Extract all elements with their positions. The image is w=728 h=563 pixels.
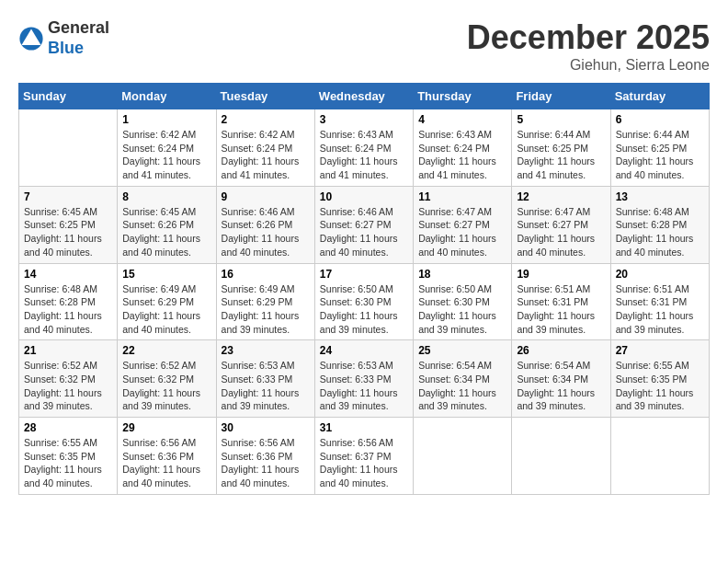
day-info: Sunrise: 6:42 AMSunset: 6:24 PMDaylight:… — [122, 128, 210, 182]
calendar-cell: 20Sunrise: 6:51 AMSunset: 6:31 PMDayligh… — [610, 263, 709, 340]
day-info: Sunrise: 6:51 AMSunset: 6:31 PMDaylight:… — [616, 282, 704, 337]
day-info: Sunrise: 6:52 AMSunset: 6:32 PMDaylight:… — [24, 359, 112, 413]
day-number: 10 — [320, 190, 408, 203]
calendar-cell: 17Sunrise: 6:50 AMSunset: 6:30 PMDayligh… — [314, 263, 413, 340]
day-number: 22 — [122, 344, 210, 357]
calendar-cell: 4Sunrise: 6:43 AMSunset: 6:24 PMDaylight… — [414, 109, 512, 187]
day-number: 29 — [122, 421, 210, 434]
calendar-week-row: 21Sunrise: 6:52 AMSunset: 6:32 PMDayligh… — [19, 340, 710, 418]
day-info: Sunrise: 6:45 AMSunset: 6:26 PMDaylight:… — [122, 205, 210, 259]
day-number: 3 — [320, 113, 408, 126]
calendar-week-row: 14Sunrise: 6:48 AMSunset: 6:28 PMDayligh… — [19, 263, 710, 340]
logo-general: General — [48, 18, 109, 39]
day-info: Sunrise: 6:53 AMSunset: 6:33 PMDaylight:… — [320, 359, 408, 413]
calendar-cell: 13Sunrise: 6:48 AMSunset: 6:28 PMDayligh… — [610, 186, 709, 263]
calendar-cell: 29Sunrise: 6:56 AMSunset: 6:36 PMDayligh… — [118, 418, 216, 495]
weekday-header: Tuesday — [216, 84, 314, 109]
calendar-cell: 11Sunrise: 6:47 AMSunset: 6:27 PMDayligh… — [414, 186, 512, 263]
day-number: 9 — [222, 190, 310, 203]
calendar-cell — [19, 109, 118, 187]
calendar-cell: 12Sunrise: 6:47 AMSunset: 6:27 PMDayligh… — [512, 186, 610, 263]
day-info: Sunrise: 6:46 AMSunset: 6:27 PMDaylight:… — [320, 205, 408, 259]
day-number: 18 — [418, 268, 506, 281]
calendar-cell: 10Sunrise: 6:46 AMSunset: 6:27 PMDayligh… — [314, 186, 413, 263]
calendar-header-row: SundayMondayTuesdayWednesdayThursdayFrid… — [19, 84, 710, 109]
calendar-week-row: 28Sunrise: 6:55 AMSunset: 6:35 PMDayligh… — [19, 418, 710, 495]
calendar-cell: 6Sunrise: 6:44 AMSunset: 6:25 PMDaylight… — [610, 109, 709, 187]
day-number: 31 — [320, 421, 408, 434]
weekday-header: Monday — [118, 84, 216, 109]
day-number: 27 — [616, 344, 704, 357]
day-number: 23 — [222, 344, 310, 357]
location: Giehun, Sierra Leone — [467, 57, 710, 74]
day-info: Sunrise: 6:55 AMSunset: 6:35 PMDaylight:… — [616, 359, 704, 413]
day-info: Sunrise: 6:55 AMSunset: 6:35 PMDaylight:… — [24, 436, 112, 490]
day-number: 17 — [320, 268, 408, 281]
calendar-week-row: 1Sunrise: 6:42 AMSunset: 6:24 PMDaylight… — [19, 109, 710, 187]
day-number: 14 — [24, 268, 112, 281]
weekday-header: Wednesday — [314, 84, 413, 109]
calendar-cell: 19Sunrise: 6:51 AMSunset: 6:31 PMDayligh… — [512, 263, 610, 340]
weekday-header: Sunday — [19, 84, 118, 109]
calendar-cell — [512, 418, 610, 495]
calendar-cell: 24Sunrise: 6:53 AMSunset: 6:33 PMDayligh… — [314, 340, 413, 418]
day-info: Sunrise: 6:54 AMSunset: 6:34 PMDaylight:… — [517, 359, 605, 413]
day-info: Sunrise: 6:48 AMSunset: 6:28 PMDaylight:… — [24, 282, 112, 337]
day-info: Sunrise: 6:44 AMSunset: 6:25 PMDaylight:… — [616, 128, 704, 182]
calendar-cell: 1Sunrise: 6:42 AMSunset: 6:24 PMDaylight… — [118, 109, 216, 187]
day-number: 1 — [122, 113, 210, 126]
calendar-cell: 9Sunrise: 6:46 AMSunset: 6:26 PMDaylight… — [216, 186, 314, 263]
title-block: December 2025 Giehun, Sierra Leone — [467, 18, 710, 74]
day-number: 16 — [222, 268, 310, 281]
day-info: Sunrise: 6:56 AMSunset: 6:37 PMDaylight:… — [320, 436, 408, 490]
weekday-header: Saturday — [610, 84, 709, 109]
calendar-cell: 8Sunrise: 6:45 AMSunset: 6:26 PMDaylight… — [118, 186, 216, 263]
day-number: 6 — [616, 113, 704, 126]
calendar-cell: 18Sunrise: 6:50 AMSunset: 6:30 PMDayligh… — [414, 263, 512, 340]
day-info: Sunrise: 6:43 AMSunset: 6:24 PMDaylight:… — [418, 128, 506, 182]
calendar-cell: 15Sunrise: 6:49 AMSunset: 6:29 PMDayligh… — [118, 263, 216, 340]
day-number: 8 — [122, 190, 210, 203]
day-number: 24 — [320, 344, 408, 357]
calendar-cell: 25Sunrise: 6:54 AMSunset: 6:34 PMDayligh… — [414, 340, 512, 418]
day-info: Sunrise: 6:52 AMSunset: 6:32 PMDaylight:… — [122, 359, 210, 413]
calendar-week-row: 7Sunrise: 6:45 AMSunset: 6:25 PMDaylight… — [19, 186, 710, 263]
day-info: Sunrise: 6:56 AMSunset: 6:36 PMDaylight:… — [122, 436, 210, 490]
calendar-table: SundayMondayTuesdayWednesdayThursdayFrid… — [18, 83, 710, 495]
calendar-cell: 22Sunrise: 6:52 AMSunset: 6:32 PMDayligh… — [118, 340, 216, 418]
calendar-cell: 28Sunrise: 6:55 AMSunset: 6:35 PMDayligh… — [19, 418, 118, 495]
calendar-cell: 7Sunrise: 6:45 AMSunset: 6:25 PMDaylight… — [19, 186, 118, 263]
day-info: Sunrise: 6:46 AMSunset: 6:26 PMDaylight:… — [222, 205, 310, 259]
day-info: Sunrise: 6:45 AMSunset: 6:25 PMDaylight:… — [24, 205, 112, 259]
calendar-cell: 3Sunrise: 6:43 AMSunset: 6:24 PMDaylight… — [314, 109, 413, 187]
logo-blue: Blue — [48, 39, 109, 59]
day-info: Sunrise: 6:53 AMSunset: 6:33 PMDaylight:… — [222, 359, 310, 413]
month-title: December 2025 — [467, 18, 710, 57]
day-number: 25 — [418, 344, 506, 357]
day-number: 19 — [517, 268, 605, 281]
calendar-cell: 5Sunrise: 6:44 AMSunset: 6:25 PMDaylight… — [512, 109, 610, 187]
logo-text: General Blue — [48, 18, 109, 58]
calendar-cell: 16Sunrise: 6:49 AMSunset: 6:29 PMDayligh… — [216, 263, 314, 340]
day-info: Sunrise: 6:43 AMSunset: 6:24 PMDaylight:… — [320, 128, 408, 182]
day-number: 30 — [222, 421, 310, 434]
weekday-header: Friday — [512, 84, 610, 109]
calendar-cell — [610, 418, 709, 495]
logo: General Blue — [18, 18, 109, 58]
day-info: Sunrise: 6:49 AMSunset: 6:29 PMDaylight:… — [222, 282, 310, 337]
day-info: Sunrise: 6:54 AMSunset: 6:34 PMDaylight:… — [418, 359, 506, 413]
day-info: Sunrise: 6:51 AMSunset: 6:31 PMDaylight:… — [517, 282, 605, 337]
day-number: 21 — [24, 344, 112, 357]
day-info: Sunrise: 6:44 AMSunset: 6:25 PMDaylight:… — [517, 128, 605, 182]
calendar-cell: 23Sunrise: 6:53 AMSunset: 6:33 PMDayligh… — [216, 340, 314, 418]
calendar-cell: 14Sunrise: 6:48 AMSunset: 6:28 PMDayligh… — [19, 263, 118, 340]
logo-icon — [18, 26, 44, 52]
day-info: Sunrise: 6:42 AMSunset: 6:24 PMDaylight:… — [222, 128, 310, 182]
day-info: Sunrise: 6:48 AMSunset: 6:28 PMDaylight:… — [616, 205, 704, 259]
day-number: 15 — [122, 268, 210, 281]
calendar-cell: 31Sunrise: 6:56 AMSunset: 6:37 PMDayligh… — [314, 418, 413, 495]
calendar-cell: 26Sunrise: 6:54 AMSunset: 6:34 PMDayligh… — [512, 340, 610, 418]
day-info: Sunrise: 6:47 AMSunset: 6:27 PMDaylight:… — [517, 205, 605, 259]
calendar-cell: 2Sunrise: 6:42 AMSunset: 6:24 PMDaylight… — [216, 109, 314, 187]
day-number: 4 — [418, 113, 506, 126]
